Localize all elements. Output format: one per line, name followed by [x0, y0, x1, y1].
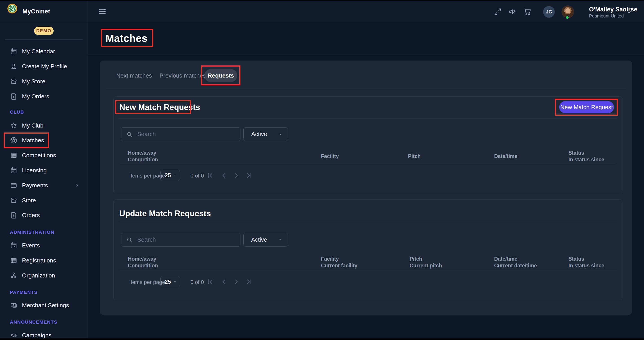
page-title: Matches	[106, 32, 148, 44]
sidebar-item-my-orders[interactable]: $ My Orders	[0, 89, 88, 104]
sidebar-label: Merchant Settings	[22, 302, 69, 309]
sidebar-label: Organization	[22, 272, 55, 279]
column-header-datetime: Date/time	[494, 149, 518, 164]
credit-card-icon	[10, 182, 18, 189]
section-divider	[119, 118, 617, 119]
caret-down-icon	[278, 237, 283, 243]
status-filter-select[interactable]: Active	[244, 233, 288, 247]
sidebar-item-my-calendar[interactable]: My Calendar	[0, 44, 88, 59]
sidebar-label: Registrations	[22, 257, 56, 264]
sidebar-item-events[interactable]: Events	[0, 238, 88, 253]
status-filter-value: Active	[251, 131, 278, 138]
search-input[interactable]	[137, 131, 240, 138]
user-organization: Peamount United	[589, 13, 624, 18]
sidebar-item-merchant-settings[interactable]: Merchant Settings	[0, 298, 88, 313]
storefront-icon	[10, 77, 18, 85]
column-header-status: StatusIn status since	[568, 149, 604, 164]
svg-text:$: $	[13, 95, 14, 98]
table-divider	[119, 164, 617, 164]
page-range-label: 0 of 0	[190, 279, 204, 285]
tab-requests[interactable]: Requests	[204, 69, 237, 82]
sidebar-label: My Club	[22, 122, 43, 129]
sidebar-label: Campaigns	[22, 332, 52, 339]
first-page-icon[interactable]	[206, 171, 215, 180]
sidebar-item-registrations[interactable]: Registrations	[0, 253, 88, 268]
sidebar-label: My Calendar	[22, 48, 55, 55]
column-header-pitch: PitchCurrent pitch	[410, 255, 442, 270]
sidebar-item-campaigns[interactable]: Campaigns	[0, 328, 88, 340]
calendar-icon	[10, 47, 18, 55]
list-icon	[10, 257, 18, 264]
previous-page-icon[interactable]	[220, 277, 228, 286]
caret-down-icon	[172, 279, 178, 284]
next-page-icon[interactable]	[232, 171, 241, 180]
sidebar-label: My Store	[22, 78, 45, 85]
sidebar-section-club: CLUB	[10, 109, 24, 115]
order-document-icon: $	[10, 93, 18, 100]
sidebar-label: Licensing	[22, 167, 47, 174]
top-edge	[0, 0, 644, 1]
update-match-requests-section: Update Match Requests Active Home/awayCo…	[113, 199, 622, 300]
sidebar-item-orders[interactable]: $ Orders	[0, 208, 88, 223]
sidebar-label: Orders	[22, 212, 40, 219]
tab-next-matches[interactable]: Next matches	[116, 72, 152, 79]
column-header-pitch: Pitch	[408, 149, 420, 164]
previous-page-icon[interactable]	[220, 171, 228, 180]
sidebar-item-my-club[interactable]: My Club	[0, 118, 88, 133]
sidebar-label: Events	[22, 242, 40, 249]
sidebar-label: Competitions	[22, 152, 56, 159]
caret-down-icon	[278, 131, 283, 137]
sidebar-section-announcements: ANNOUNCEMENTS	[10, 319, 58, 325]
brand-name: MyComet	[22, 8, 50, 15]
sidebar-label: My Orders	[22, 93, 49, 100]
bottom-edge	[0, 339, 644, 340]
sidebar-label: Create My Profile	[22, 63, 67, 70]
first-page-icon[interactable]	[206, 277, 215, 286]
sidebar-item-competitions[interactable]: Competitions	[0, 148, 88, 163]
next-page-icon[interactable]	[232, 277, 241, 286]
sidebar-item-licensing[interactable]: Licensing	[0, 163, 88, 178]
svg-text:$: $	[13, 214, 14, 217]
page-size-select[interactable]: 25	[160, 170, 180, 181]
page-size-select[interactable]: 25	[160, 276, 180, 287]
top-bar: MyComet JC O'Malley Saoirse Peamount Uni…	[0, 1, 644, 22]
sidebar-label: Payments	[22, 182, 48, 189]
search-input[interactable]	[137, 236, 240, 243]
chevron-right-icon	[74, 183, 80, 188]
sidebar-section-payments: PAYMENTS	[10, 290, 38, 295]
order-document-icon: $	[10, 211, 18, 219]
search-icon	[126, 131, 133, 138]
fullscreen-icon[interactable]	[494, 7, 502, 16]
table-divider	[119, 270, 617, 270]
topbar-divider	[88, 1, 88, 22]
cart-icon[interactable]	[523, 7, 532, 16]
sidebar-item-matches[interactable]: Matches	[0, 133, 88, 148]
sidebar-item-store[interactable]: Store	[0, 193, 88, 208]
status-filter-select[interactable]: Active	[244, 127, 288, 141]
tab-previous-matches[interactable]: Previous matches	[160, 72, 206, 79]
items-per-page-label: Items per page	[129, 173, 165, 179]
tabs-divider	[106, 89, 626, 89]
storefront-icon	[10, 197, 18, 204]
page-range-label: 0 of 0	[190, 173, 204, 179]
sidebar-item-organization[interactable]: Organization	[0, 268, 88, 283]
user-menu-chevron-down-icon[interactable]	[626, 9, 632, 15]
new-match-request-button[interactable]: New Match Request	[559, 101, 614, 113]
column-header-home-away: Home/awayCompetition	[128, 255, 158, 270]
event-calendar-icon	[10, 242, 18, 249]
new-match-requests-section: New Match Requests New Match Request Act…	[113, 96, 622, 193]
org-hierarchy-icon	[10, 272, 18, 279]
sidebar-item-payments[interactable]: Payments	[0, 178, 88, 193]
page-size-value: 25	[165, 279, 172, 285]
sidebar-item-create-my-profile[interactable]: Create My Profile	[0, 59, 88, 74]
page-size-value: 25	[165, 172, 172, 179]
sidebar-item-my-store[interactable]: My Store	[0, 74, 88, 89]
avatar-initials[interactable]: JC	[543, 6, 555, 18]
menu-toggle-icon[interactable]	[98, 7, 107, 16]
search-field	[121, 233, 240, 247]
column-header-datetime: Date/timeCurrent date/time	[494, 255, 537, 270]
last-page-icon[interactable]	[245, 277, 254, 286]
last-page-icon[interactable]	[245, 171, 254, 180]
announcements-icon[interactable]	[508, 7, 516, 16]
demo-badge: DEMO	[34, 27, 54, 35]
